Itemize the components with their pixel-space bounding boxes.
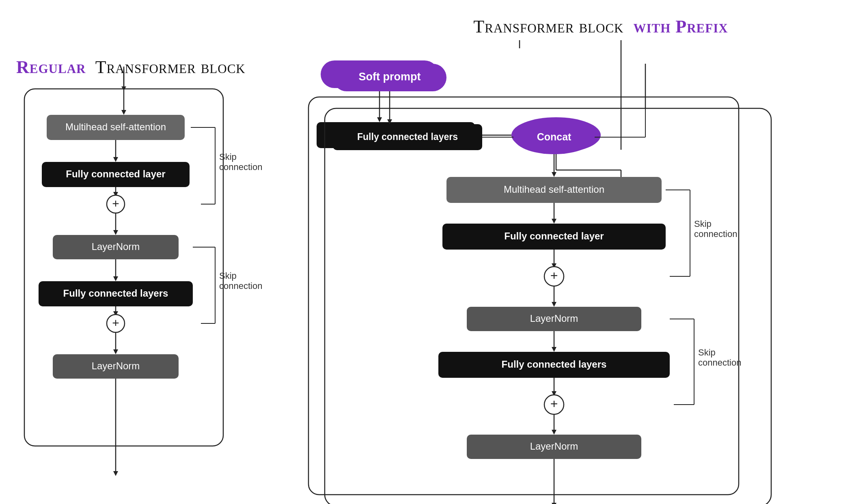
svg-marker-76 [552,302,556,307]
left-title-purple: Regular [16,57,86,77]
svg-text:connection: connection [219,162,262,172]
svg-text:+: + [550,268,558,283]
left-fc-layer-label: Fully connected layer [66,168,165,179]
svg-marker-79 [552,347,556,352]
left-fc-layers-label: Fully connected layers [63,288,168,299]
right-skip1-label: Skip [694,219,712,229]
right-title-black: Transformer block [473,17,623,37]
right-title-purple: with Prefix [633,17,728,37]
svg-text:connection: connection [698,358,741,368]
left-layernorm1-label: LayerNorm [92,241,140,252]
right-multihead-label: Multihead self-attention [504,184,604,195]
fc-top-label: Fully connected layers [357,131,458,142]
svg-text:connection: connection [219,281,262,291]
left-title-black: Transformer block [95,57,246,77]
left-diagram-svg: Multihead self-attention Fully connected… [16,89,244,474]
svg-marker-18 [113,230,118,235]
svg-marker-62 [552,172,556,177]
sp-label: Soft prompt [359,71,421,83]
right-title: Transformer block with Prefix [365,16,836,37]
left-skip1-label: Skip [219,152,237,162]
left-layernorm2-label: LayerNorm [92,360,140,371]
svg-marker-54 [387,119,392,124]
svg-rect-0 [24,89,223,446]
left-section: Regular Transformer block Multihead self… [16,57,246,476]
right-fc-layers-label: Fully connected layers [502,359,607,370]
right-diagram-clean-svg: Soft prompt Fully connected layers Conca… [292,52,812,504]
svg-text:+: + [550,396,558,411]
svg-text:+: + [112,197,119,210]
right-fc-layer-label: Fully connected layer [504,230,604,241]
svg-marker-7 [113,157,118,162]
svg-text:+: + [112,316,119,330]
left-multihead-label: Multihead self-attention [65,121,166,132]
right-layernorm1-label: LayerNorm [530,313,578,324]
svg-marker-4 [121,110,126,115]
svg-marker-32 [113,349,118,354]
concat-label: Concat [537,131,571,142]
left-skip2-label: Skip [219,271,237,281]
svg-text:connection: connection [694,229,737,239]
svg-marker-35 [113,471,118,476]
right-section: Transformer block with Prefix Soft promp… [284,16,836,504]
svg-marker-65 [552,219,556,224]
right-layernorm2-label: LayerNorm [530,441,578,452]
svg-marker-21 [113,276,118,281]
svg-marker-90 [552,430,556,435]
right-skip2-label: Skip [698,347,716,358]
left-title: Regular Transformer block [16,57,246,78]
